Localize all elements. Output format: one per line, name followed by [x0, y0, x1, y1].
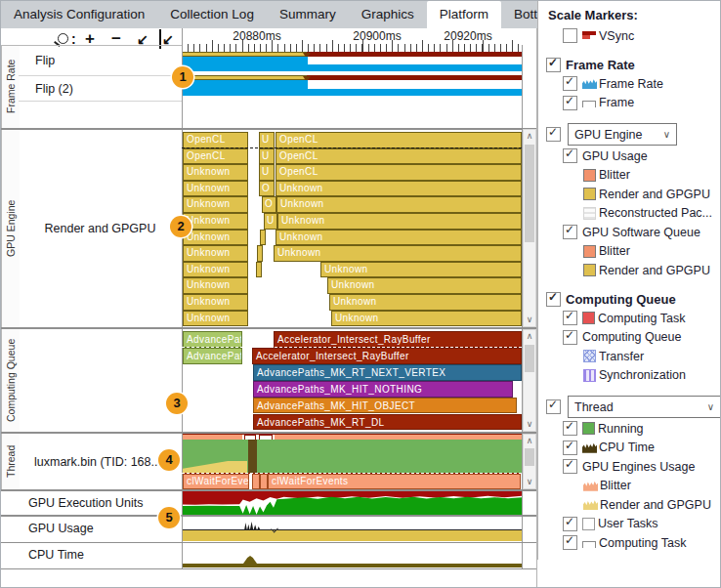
- tab-platform[interactable]: Platform: [427, 1, 501, 28]
- computing-queue-bar[interactable]: AdvancePaths_MK_HIT_NOTHING: [253, 381, 513, 398]
- computing-queue-bar[interactable]: AdvancePat: [183, 331, 242, 348]
- checkbox-checked[interactable]: [546, 292, 561, 307]
- tab-graphics[interactable]: Graphics: [349, 1, 427, 28]
- row-label-gpu-usage: GPU Usage: [28, 517, 181, 540]
- timeline-chart[interactable]: OpenCLUOpenCLOpenCLUOpenCLUnknownUOpenCL…: [182, 28, 522, 587]
- gpu-engine-bar-right[interactable]: Unknown: [274, 245, 522, 262]
- computing-queue-bar[interactable]: Accelerator_Intersect_RayBuffer: [252, 348, 522, 364]
- gpu-engine-bar-right[interactable]: OpenCL: [276, 132, 522, 148]
- group-label-frame-rate: Frame Rate: [1, 45, 20, 128]
- gpu-engine-bar-mid[interactable]: [256, 262, 262, 278]
- scroll-down-button[interactable]: ∨: [524, 476, 535, 488]
- color-swatch: [582, 312, 595, 324]
- gpu-engine-bar-right[interactable]: OpenCL: [276, 164, 522, 181]
- scale-marker-item-blitter: Blitter: [538, 242, 721, 262]
- gpu-engine-bar-left[interactable]: Unknown: [183, 196, 248, 213]
- dropdown-thread[interactable]: Thread∨: [568, 396, 721, 418]
- checkbox-checked[interactable]: [563, 148, 577, 163]
- scroll-up-button[interactable]: ∧: [524, 435, 535, 447]
- thread-wait-bar[interactable]: clWaitForEve: [183, 474, 249, 489]
- gpu-engine-bar-mid[interactable]: O: [259, 181, 275, 197]
- thread-wait-bar[interactable]: [260, 474, 268, 489]
- divider-line: [1, 515, 536, 517]
- gpu-engine-bar-mid[interactable]: [257, 245, 263, 262]
- gpu-engine-bar-left[interactable]: Unknown: [183, 181, 248, 197]
- scale-marker-item-running: Running: [538, 419, 721, 439]
- gpu-engine-bar-right[interactable]: Unknown: [329, 294, 522, 311]
- checkbox-unchecked[interactable]: [563, 28, 577, 43]
- checkbox-checked[interactable]: [563, 517, 577, 531]
- checkbox-checked[interactable]: [563, 330, 577, 345]
- thread-wait-bar[interactable]: clWaitForEvents: [268, 474, 521, 489]
- gpu-engine-bar-mid[interactable]: U: [259, 148, 275, 165]
- checkbox-checked[interactable]: [563, 459, 577, 474]
- checkbox-checked[interactable]: [546, 399, 561, 414]
- computing-queue-bar[interactable]: Accelerator_Intersect_RayBuffer: [274, 331, 522, 348]
- scrollbar-thumb[interactable]: [525, 145, 534, 242]
- frame-marker-band[interactable]: [307, 52, 522, 57]
- gpu-engine-bar-left[interactable]: Unknown: [183, 164, 248, 181]
- gpu-engine-bar-right[interactable]: Unknown: [331, 311, 522, 327]
- scale-marker-item-blitter: Blitter: [538, 477, 721, 496]
- checkbox-checked[interactable]: [546, 58, 561, 72]
- gpu-engine-bar-right[interactable]: Unknown: [276, 230, 522, 246]
- thread-wait-bar[interactable]: [252, 474, 260, 489]
- scrollbar[interactable]: ∧∨: [523, 329, 536, 432]
- gpu-engine-bar-left[interactable]: Unknown: [183, 262, 248, 278]
- checkbox-checked[interactable]: [563, 76, 577, 91]
- scrollbar-thumb[interactable]: [525, 345, 534, 372]
- gpu-engine-bar-left[interactable]: Unknown: [183, 277, 248, 294]
- divider-line: [19, 101, 182, 102]
- scroll-up-button[interactable]: ∧: [524, 330, 535, 343]
- scrollbar[interactable]: ∧∨: [523, 129, 536, 327]
- gpu-engine-bar-right[interactable]: Unknown: [277, 213, 522, 230]
- gpu-engine-bar-left[interactable]: Unknown: [183, 311, 248, 327]
- checkbox-checked[interactable]: [563, 535, 577, 550]
- gpu-engine-bar-right[interactable]: OpenCL: [276, 148, 522, 165]
- gpu-engine-bar-mid[interactable]: U: [264, 213, 277, 230]
- gpu-engine-bar-right[interactable]: Unknown: [276, 181, 522, 197]
- computing-queue-bar[interactable]: AdvancePaths_MK_RT_NEXT_VERTEX: [253, 364, 522, 381]
- computing-queue-bar[interactable]: AdvancePaths_MK_RT_DL: [253, 414, 522, 431]
- row-label-cpu-time: CPU Time: [28, 543, 181, 567]
- tab-summary[interactable]: Summary: [267, 1, 349, 28]
- scrollbar[interactable]: ∧∨: [523, 434, 536, 489]
- frame-rate-area[interactable]: [307, 89, 522, 96]
- gpu-engine-bar-mid[interactable]: U: [259, 132, 275, 148]
- tab-collection-log[interactable]: Collection Log: [157, 1, 267, 28]
- frame-rate-area[interactable]: [182, 57, 308, 71]
- scroll-down-button[interactable]: ∨: [524, 314, 535, 326]
- gpu-engine-bar-left[interactable]: Unknown: [183, 294, 248, 311]
- gpu-engine-bar-right[interactable]: Unknown: [320, 262, 522, 278]
- scroll-up-button[interactable]: ∧: [524, 130, 535, 143]
- dropdown-gpu-engine[interactable]: GPU Engine∨: [568, 123, 677, 146]
- gpu-usage-band[interactable]: [182, 529, 522, 541]
- gpu-engine-bar-right[interactable]: Unknown: [276, 196, 522, 213]
- gpu-engine-bar-left[interactable]: OpenCL: [183, 148, 248, 165]
- cpu-time-band[interactable]: [182, 564, 522, 567]
- scroll-down-button[interactable]: ∨: [524, 418, 535, 431]
- checkbox-checked[interactable]: [563, 225, 577, 239]
- gpu-engine-bar-mid[interactable]: [260, 230, 266, 246]
- checkbox-checked[interactable]: [563, 311, 577, 325]
- tab-analysis-configuration[interactable]: Analysis Configuration: [1, 1, 157, 28]
- checkbox-checked[interactable]: [563, 96, 577, 110]
- scrollbar-thumb[interactable]: [525, 448, 534, 466]
- gpu-engine-bar-left[interactable]: Unknown: [183, 230, 248, 246]
- gpu-engine-bar-right[interactable]: Unknown: [327, 277, 522, 294]
- row-label-column: Frame RateGPU EngineComputing QueueThrea…: [1, 28, 182, 587]
- checkbox-checked[interactable]: [563, 421, 577, 436]
- gpu-engine-bar-mid[interactable]: U: [259, 164, 275, 181]
- frame-marker-band[interactable]: [307, 75, 522, 80]
- gpu-engine-bar-left[interactable]: OpenCL: [183, 132, 248, 148]
- scale-marker-label: GPU Engines Usage: [582, 460, 695, 474]
- checkbox-checked[interactable]: [563, 441, 577, 455]
- gpu-engine-bar-mid[interactable]: O: [262, 196, 276, 213]
- gpu-engine-bar-left[interactable]: Unknown: [183, 245, 248, 262]
- gpu-engine-bar-left[interactable]: Unknown: [183, 213, 248, 230]
- computing-queue-bar[interactable]: AdvancePaths_MK_HIT_OBJECT: [253, 398, 517, 414]
- frame-rate-area[interactable]: [182, 80, 308, 96]
- frame-rate-area[interactable]: [307, 64, 522, 71]
- checkbox-checked[interactable]: [546, 127, 561, 142]
- computing-queue-bar[interactable]: AdvancePat: [183, 348, 242, 364]
